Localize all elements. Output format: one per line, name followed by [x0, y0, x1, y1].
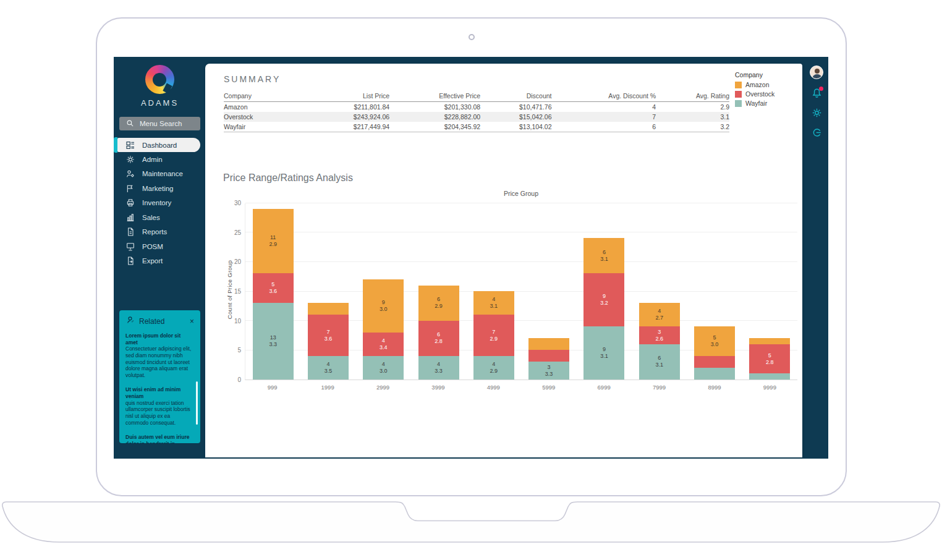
- table-cell: Overstock: [224, 112, 310, 122]
- bar-segment-wayfair[interactable]: [694, 368, 735, 380]
- bar-group-999: 133.353.6112.9: [245, 203, 300, 380]
- bar-segment-overstock[interactable]: 62.8: [418, 321, 459, 356]
- related-person-icon: [125, 315, 135, 327]
- y-axis-tick: 25: [225, 229, 241, 236]
- sidebar-item-maintenance[interactable]: Maintenance: [114, 167, 206, 182]
- bar-segment-amazon[interactable]: [749, 338, 790, 344]
- bar-segment-wayfair[interactable]: 93.1: [583, 326, 624, 380]
- segment-count-label: 6: [603, 249, 606, 256]
- bar-segment-amazon[interactable]: [528, 338, 569, 350]
- table-cell: $15,042.06: [480, 112, 551, 122]
- bar-segment-amazon[interactable]: [308, 303, 349, 315]
- legend-label: Overstock: [745, 90, 774, 98]
- stacked-bar[interactable]: 33.3: [528, 338, 569, 380]
- user-avatar[interactable]: [810, 66, 823, 79]
- sidebar-item-sales[interactable]: Sales: [114, 210, 206, 225]
- bar-segment-amazon[interactable]: 53.0: [694, 326, 735, 356]
- brand-block: ADAMS: [114, 57, 206, 108]
- sidebar-item-marketing[interactable]: Marketing: [114, 181, 206, 196]
- stacked-bar[interactable]: 42.972.943.1: [473, 291, 514, 380]
- bar-segment-wayfair[interactable]: 33.3: [528, 362, 569, 380]
- summary-title: SUMMARY: [224, 74, 281, 84]
- settings-gear-icon[interactable]: [811, 107, 823, 119]
- bar-segment-amazon[interactable]: 93.0: [363, 279, 404, 333]
- bar-segment-wayfair[interactable]: 43.3: [418, 356, 459, 380]
- stacked-bar[interactable]: 133.353.6112.9: [253, 209, 294, 380]
- segment-count-label: 4: [492, 361, 495, 368]
- bar-segment-wayfair[interactable]: 42.9: [473, 356, 514, 380]
- segment-rating-label: 3.2: [600, 300, 608, 307]
- bar-segment-overstock[interactable]: 72.9: [473, 315, 514, 356]
- table-row: Amazon$211,801.84$201,330.08$10,471.7642…: [224, 102, 729, 112]
- x-axis-tick: 6999: [576, 384, 631, 391]
- bar-segment-amazon[interactable]: 63.1: [583, 238, 624, 273]
- logout-icon[interactable]: [811, 127, 823, 138]
- legend-title: Company: [735, 71, 774, 78]
- bar-segment-wayfair[interactable]: 133.3: [253, 303, 294, 380]
- stacked-bar[interactable]: 52.8: [749, 338, 790, 380]
- table-cell: $228,882.00: [389, 112, 480, 122]
- stacked-bar[interactable]: 93.193.263.1: [583, 238, 624, 380]
- bar-segment-wayfair[interactable]: 63.1: [639, 344, 680, 380]
- dashboard-icon: [125, 140, 135, 150]
- segment-rating-label: 3.0: [711, 341, 719, 348]
- sidebar-item-dashboard[interactable]: Dashboard: [117, 138, 200, 152]
- table-cell: $211,801.84: [310, 102, 389, 112]
- segment-count-label: 4: [658, 308, 661, 315]
- sidebar-item-reports[interactable]: Reports: [114, 225, 206, 240]
- stacked-bar[interactable]: 63.132.642.7: [639, 303, 680, 380]
- related-scrollbar[interactable]: [196, 381, 198, 425]
- sidebar-item-label: Maintenance: [142, 170, 183, 177]
- bar-segment-overstock[interactable]: [528, 350, 569, 362]
- stacked-bar[interactable]: 43.573.6: [308, 303, 349, 380]
- segment-rating-label: 3.6: [269, 288, 277, 295]
- dashboard-app: ADAMS Menu Search DashboardAdminMaintena…: [114, 57, 828, 459]
- related-paragraph: Ut wisi enim ad minim veniamquis nostrud…: [125, 386, 193, 426]
- sidebar-item-admin[interactable]: Admin: [114, 152, 206, 167]
- bar-segment-wayfair[interactable]: 43.5: [308, 356, 349, 380]
- segment-count-label: 4: [492, 296, 495, 303]
- bar-segment-overstock[interactable]: 93.2: [583, 273, 624, 326]
- sidebar-item-label: Reports: [142, 228, 167, 235]
- bar-segment-amazon[interactable]: 112.9: [253, 209, 294, 274]
- legend-swatch: [735, 91, 742, 98]
- y-axis-tick: 20: [225, 258, 241, 265]
- bar-segment-overstock[interactable]: 52.8: [749, 344, 790, 374]
- x-axis-ticks: 999199929993999499959996999799989999999: [245, 384, 797, 391]
- bar-group-5999: 33.3: [521, 203, 576, 380]
- bar-segment-overstock[interactable]: [694, 356, 735, 368]
- close-icon[interactable]: ×: [190, 317, 195, 326]
- bar-group-7999: 63.132.642.7: [632, 203, 687, 380]
- sidebar-item-inventory[interactable]: Inventory: [114, 196, 206, 211]
- bar-segment-amazon[interactable]: 42.7: [639, 303, 680, 326]
- menu-search-label: Menu Search: [140, 120, 182, 127]
- content-panel: SUMMARY CompanyList PriceEffective Price…: [205, 64, 802, 457]
- stacked-bar[interactable]: 43.043.493.0: [363, 279, 404, 380]
- sidebar-item-label: Sales: [142, 214, 160, 221]
- segment-count-label: 3: [548, 364, 551, 371]
- bar-segment-overstock[interactable]: 53.6: [253, 273, 294, 303]
- notifications-bell-icon[interactable]: [811, 87, 823, 99]
- bar-segment-overstock[interactable]: 43.4: [363, 333, 404, 356]
- bar-segment-overstock[interactable]: 32.6: [639, 326, 680, 344]
- bar-segment-overstock[interactable]: 73.6: [308, 315, 349, 356]
- table-cell: Amazon: [224, 102, 310, 112]
- related-paragraph-body: quis nostrud exerci tation ullamcorper s…: [125, 400, 193, 426]
- sidebar: ADAMS Menu Search DashboardAdminMaintena…: [114, 57, 206, 459]
- bar-segment-amazon[interactable]: 62.9: [418, 286, 459, 321]
- x-axis-label: Price Group: [245, 190, 797, 197]
- sidebar-item-label: Admin: [142, 156, 163, 163]
- bar-segment-amazon[interactable]: 43.1: [473, 291, 514, 315]
- table-cell: $204,345.92: [389, 122, 480, 132]
- sidebar-item-export[interactable]: Export: [114, 254, 206, 269]
- sidebar-item-posm[interactable]: POSM: [114, 239, 206, 254]
- table-row: Wayfair$217,449.94$204,345.92$13,104.026…: [224, 122, 729, 132]
- stacked-bar[interactable]: 53.0: [694, 326, 735, 380]
- menu-search-input[interactable]: Menu Search: [119, 117, 200, 130]
- segment-rating-label: 2.6: [655, 336, 663, 342]
- bar-segment-wayfair[interactable]: 43.0: [363, 356, 404, 380]
- summary-col-header: Avg. Discount %: [552, 91, 656, 102]
- bar-segment-wayfair[interactable]: [749, 373, 790, 380]
- stacked-bar[interactable]: 43.362.862.9: [418, 286, 459, 380]
- segment-count-label: 11: [270, 234, 276, 241]
